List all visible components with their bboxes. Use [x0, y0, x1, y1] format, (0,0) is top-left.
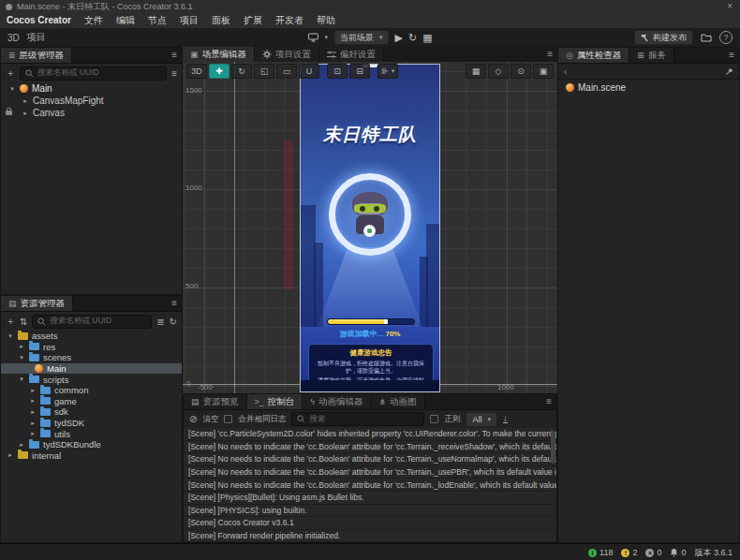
asset-row-scenes[interactable]: ▾scenes: [1, 352, 182, 363]
expand-arrow-icon[interactable]: ▾: [8, 85, 16, 93]
regex-checkbox[interactable]: [430, 415, 438, 423]
menu-cocos-creator[interactable]: Cocos Creator: [0, 13, 78, 28]
log-line[interactable]: [Scene] [PHYSICS]: using builtin.: [184, 505, 556, 517]
tab-animation-graph[interactable]: ⋔ 动画图: [372, 394, 425, 409]
fullscreen-button[interactable]: ▣: [533, 64, 554, 79]
pin-icon[interactable]: [725, 67, 733, 76]
clear-console-icon[interactable]: ⊘: [189, 414, 197, 424]
warning-count[interactable]: ! 2: [621, 548, 637, 557]
tab-project-settings[interactable]: 项目设置: [255, 47, 319, 62]
step-button[interactable]: ▦: [422, 28, 432, 47]
log-line[interactable]: [Scene] No needs to indicate the 'cc.Boo…: [184, 479, 556, 491]
collapse-arrow-icon[interactable]: ▸: [22, 110, 29, 117]
preview-device-icon[interactable]: [307, 33, 318, 42]
open-folder-button[interactable]: [701, 33, 712, 42]
menu-file[interactable]: 文件: [78, 13, 110, 28]
tab-service[interactable]: ⊞ 服务: [629, 48, 674, 63]
menu-node[interactable]: 节点: [141, 13, 173, 28]
notification-count[interactable]: 0: [670, 548, 686, 557]
collapse-arrow-icon[interactable]: ▸: [18, 441, 25, 449]
preview-device-caret-icon[interactable]: ▾: [324, 34, 328, 41]
preview-target-select[interactable]: 当前场景 ▾: [333, 30, 390, 45]
refresh-assets-icon[interactable]: ↻: [170, 317, 177, 327]
asset-row-common[interactable]: ▸common: [1, 385, 182, 396]
scene-viewport[interactable]: 1500 1000 500 0 -500 500 1000 末日特工队 游戏加载…: [183, 62, 557, 393]
collapse-arrow-icon[interactable]: ▸: [29, 387, 37, 394]
list-view-icon[interactable]: ≣: [156, 317, 164, 327]
tab-console[interactable]: >_ 控制台: [247, 394, 303, 409]
rect-tool-button[interactable]: ▭: [276, 64, 297, 79]
game-canvas[interactable]: 末日特工队 游戏加载中... 70% 健康游戏忠告 抵制不良游戏，拒绝盗版游戏。…: [300, 64, 440, 392]
asset-row-tydsdkbundle[interactable]: ▸tydSDKBundle: [1, 439, 182, 450]
console-search-input[interactable]: 搜索: [291, 412, 424, 426]
menu-developer[interactable]: 开发者: [269, 13, 310, 28]
rotate-tool-button[interactable]: ↻: [231, 64, 252, 79]
reload-button[interactable]: ↻: [408, 28, 417, 47]
asset-row-sdk[interactable]: ▸sdk: [1, 406, 182, 418]
menu-extension[interactable]: 扩展: [237, 13, 269, 28]
console-scrollbar[interactable]: [551, 432, 555, 464]
close-icon[interactable]: ×: [727, 0, 733, 13]
menu-panel[interactable]: 面板: [205, 13, 237, 28]
move-tool-button[interactable]: ✚: [209, 64, 229, 79]
tab-inspector[interactable]: ◎ 属性检查器: [558, 48, 629, 63]
tree-node-canvas[interactable]: ▸ Canvas: [1, 107, 182, 119]
workspace-project-label[interactable]: 项目: [27, 31, 46, 44]
console-log-list[interactable]: [Scene] 'cc.ParticleSystem2D.color' hide…: [184, 428, 556, 542]
assets-search-input[interactable]: 搜索名称或 UUID: [32, 315, 152, 329]
play-button[interactable]: ▶: [394, 28, 402, 47]
tree-node-canvasmapfight[interactable]: ▸ CanvasMapFight: [1, 95, 182, 107]
tab-animation-editor[interactable]: ϟ 动画编辑器: [303, 394, 371, 409]
asset-row-res[interactable]: ▸res: [1, 342, 182, 353]
log-level-select[interactable]: All ▾: [466, 412, 497, 427]
log-line[interactable]: [Scene] No needs to indicate the 'cc.Boo…: [184, 453, 556, 465]
camera-preview-button[interactable]: ◇: [488, 64, 509, 79]
export-log-button[interactable]: ↓: [503, 415, 508, 423]
log-line[interactable]: [Scene] No needs to indicate the 'cc.Boo…: [184, 441, 556, 453]
menu-help[interactable]: 帮助: [310, 13, 342, 28]
pivot-toggle-button[interactable]: ⊡: [327, 64, 348, 79]
add-asset-button[interactable]: ＋: [6, 315, 15, 328]
tab-assets[interactable]: ▤ 资源管理器: [1, 296, 73, 311]
workspace-3d-label[interactable]: 3D: [7, 33, 20, 43]
asset-row-scripts[interactable]: ▾scripts: [1, 374, 182, 385]
add-node-button[interactable]: ＋: [6, 66, 15, 80]
menu-edit[interactable]: 编辑: [110, 13, 141, 28]
info-count[interactable]: i 118: [588, 548, 613, 557]
transform-tool-button[interactable]: U: [299, 64, 319, 79]
log-line[interactable]: [Scene] No needs to indicate the 'cc.Boo…: [184, 466, 556, 479]
collapse-arrow-icon[interactable]: ▸: [29, 408, 37, 416]
grid-toggle-button[interactable]: ▦: [466, 64, 486, 79]
panel-menu-icon[interactable]: ≡: [547, 47, 553, 62]
log-line[interactable]: [Scene] Cocos Creator v3.6.1: [184, 517, 556, 529]
scale-tool-button[interactable]: ◱: [254, 64, 274, 79]
log-line[interactable]: [Scene] 'cc.ParticleSystem2D.color' hide…: [184, 428, 556, 440]
history-back-icon[interactable]: ‹: [564, 66, 567, 77]
collapse-arrow-icon[interactable]: ▸: [22, 97, 29, 105]
tab-asset-preview[interactable]: ▤ 资源预览: [184, 394, 247, 409]
collapse-arrow-icon[interactable]: ▸: [29, 420, 37, 427]
gizmo-dropdown[interactable]: ⊪ ▾: [377, 64, 398, 79]
asset-row-assets[interactable]: ▾assets: [1, 331, 182, 342]
panel-menu-icon[interactable]: ≡: [171, 48, 177, 63]
clear-console-button[interactable]: 清空: [202, 414, 218, 425]
panel-menu-icon[interactable]: ≡: [546, 394, 552, 409]
asset-row-main-scene[interactable]: Main: [1, 363, 182, 375]
log-line[interactable]: [Scene] Forward render pipeline initiali…: [184, 530, 556, 542]
view-settings-button[interactable]: ⊙: [511, 64, 531, 79]
tab-preferences[interactable]: 偏好设置: [319, 47, 384, 62]
lock-icon[interactable]: [6, 111, 12, 115]
panel-menu-icon[interactable]: ≡: [729, 48, 734, 63]
build-publish-button[interactable]: 构建发布: [634, 30, 693, 45]
tree-node-main[interactable]: ▾ Main: [1, 82, 182, 95]
asset-row-internal[interactable]: ▸internal: [1, 450, 182, 462]
collapse-arrow-icon[interactable]: ▸: [29, 430, 37, 437]
asset-row-utils[interactable]: ▸utils: [1, 428, 182, 439]
tab-hierarchy[interactable]: ≣ 层级管理器: [1, 48, 72, 63]
expand-arrow-icon[interactable]: ▾: [18, 354, 25, 361]
hierarchy-search-input[interactable]: 搜索名称或 UUID: [20, 66, 167, 81]
scene-object-strip[interactable]: [284, 140, 293, 290]
error-count[interactable]: × 0: [645, 548, 661, 557]
tab-scene-editor[interactable]: ▣ 场景编辑器: [183, 47, 255, 62]
coords-toggle-button[interactable]: ⊟: [349, 64, 370, 79]
